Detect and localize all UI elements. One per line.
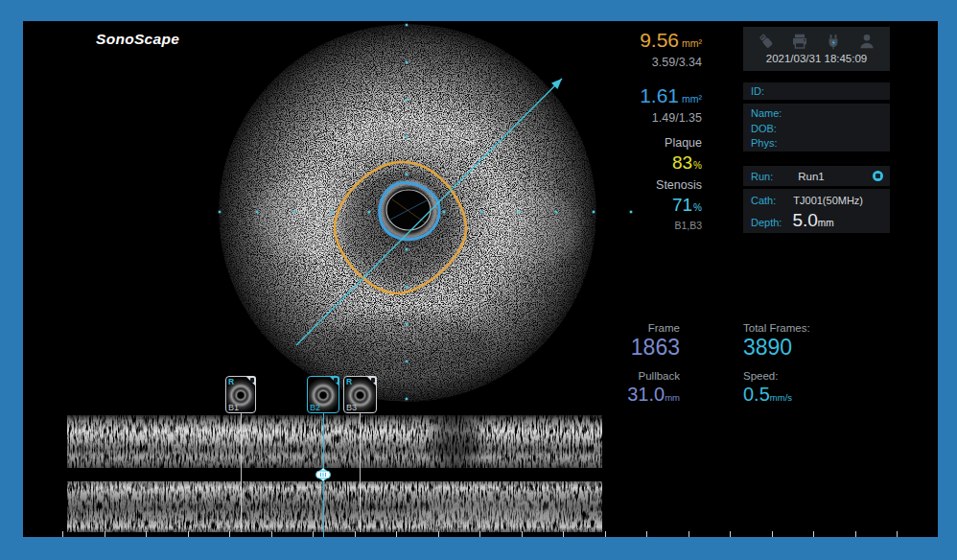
echo-highlight-top — [345, 113, 479, 155]
fold-notch — [334, 378, 338, 383]
pullback-ruler — [62, 530, 906, 537]
lumen-diameters: 1.49/1.35 — [550, 110, 702, 127]
longitudinal-strip-bottom[interactable] — [67, 481, 602, 532]
depth-label: Depth: — [751, 217, 782, 228]
lumen-area-value: 1.61mm² — [550, 84, 702, 110]
bookmark-label: B3 — [346, 403, 357, 412]
id-label: ID: — [743, 82, 890, 100]
bookmark-line-b3 — [360, 413, 361, 532]
bookmark-line-b1 — [241, 413, 242, 532]
bookmark-label: B2 — [310, 403, 320, 412]
catheter-panel: Cath: TJ001(50MHz) Depth: 5.0mm — [743, 189, 890, 233]
reference-marker: R — [346, 377, 352, 386]
plaque-label: Plaque — [550, 134, 702, 152]
frame-info: Frame 1863 Total Frames: 3890 Pullback 3… — [550, 321, 810, 409]
cath-label: Cath: — [751, 194, 776, 208]
run-value: Run1 — [798, 171, 825, 182]
pullback-number: 31.0mm — [550, 383, 680, 409]
frame-number: 1863 — [550, 335, 680, 360]
frame-scrub-handle[interactable] — [315, 468, 332, 481]
cath-value: TJ001(50MHz) — [793, 194, 863, 208]
record-indicator-icon[interactable] — [873, 171, 883, 181]
vessel-area-value: 9.56mm² — [550, 29, 702, 55]
bookmark-thumbnail-b2[interactable]: B2 — [307, 376, 339, 413]
longitudinal-strip-top[interactable] — [67, 415, 602, 468]
brand-logo: SonoScape — [96, 31, 179, 48]
usb-icon[interactable] — [757, 32, 776, 51]
fold-notch — [371, 378, 375, 383]
datetime: 2021/03/31 18:45:09 — [743, 53, 890, 64]
run-selector[interactable]: Run: Run1 — [743, 166, 890, 186]
frame-cell: Frame 1863 — [550, 321, 680, 360]
bookmark-thumbnail-b3[interactable]: R B3 — [343, 376, 377, 413]
phys-label: Phys: — [751, 136, 882, 152]
dob-label: DOB: — [751, 122, 882, 137]
patient-info-panel: Name: DOB: Phys: — [743, 104, 890, 152]
bookmark-thumbnail-b1[interactable]: R B1 — [225, 376, 256, 413]
fold-notch — [250, 378, 254, 383]
speed-cell: Speed: 0.5mm/s — [743, 369, 810, 409]
status-panel: 2021/03/31 18:45:09 — [743, 27, 890, 71]
name-label: Name: — [751, 106, 882, 122]
stenosis-label: Stenosis — [550, 176, 702, 194]
pullback-cell: Pullback 31.0mm — [550, 369, 680, 409]
user-icon[interactable] — [857, 32, 876, 51]
stenosis-value: 71% — [550, 194, 702, 219]
total-frames-cell: Total Frames: 3890 — [743, 321, 810, 360]
longitudinal-view[interactable] — [67, 415, 602, 532]
stenosis-reference: B1,B3 — [550, 219, 702, 233]
app-frame: SonoScape — [0, 0, 957, 560]
measurement-readouts: 9.56mm² 3.59/3.34 1.61mm² 1.49/1.35 Plaq… — [550, 29, 702, 233]
plaque-value: 83% — [550, 152, 702, 176]
patient-id-panel: ID: — [743, 82, 890, 100]
depth-value: 5.0mm — [792, 210, 833, 231]
run-label: Run: — [751, 171, 773, 182]
bookmark-label: B1 — [228, 403, 239, 412]
reference-marker: R — [228, 377, 234, 386]
speed-number: 0.5mm/s — [743, 383, 810, 409]
power-plug-icon[interactable] — [824, 32, 843, 51]
printer-icon[interactable] — [790, 32, 809, 51]
screen: SonoScape — [23, 21, 938, 537]
vessel-diameters: 3.59/3.34 — [550, 55, 702, 71]
total-frames-number: 3890 — [743, 335, 810, 360]
